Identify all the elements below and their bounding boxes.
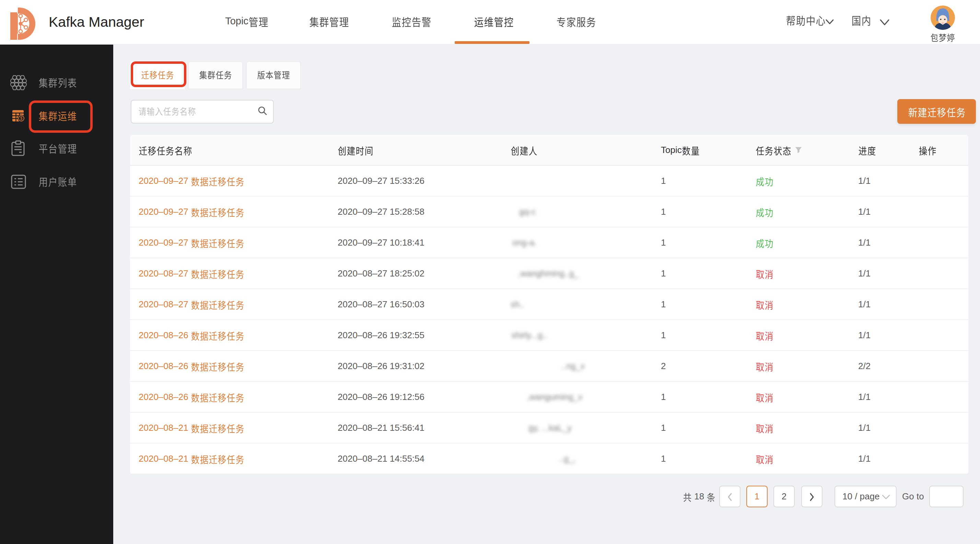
svg-text:$: $ (20, 116, 23, 121)
